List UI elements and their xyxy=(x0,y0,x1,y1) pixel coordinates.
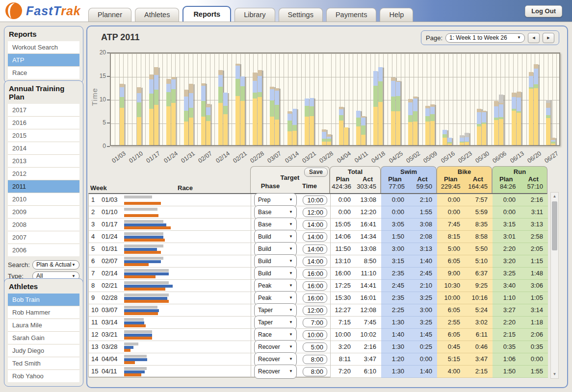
chart-segment-bike xyxy=(460,143,464,145)
chart-segment-bike xyxy=(465,142,469,145)
race-bar-plan xyxy=(124,297,167,300)
time-cell xyxy=(300,268,330,280)
target-time-input[interactable] xyxy=(303,330,327,340)
target-time-input[interactable] xyxy=(303,294,327,303)
report-item-workout-search[interactable]: Workout Search xyxy=(8,41,79,53)
phase-select-value: Build xyxy=(258,243,271,255)
run-plan-value: 3:01 xyxy=(493,231,520,243)
athlete-item-rob-hammer[interactable]: Rob Hammer xyxy=(8,306,79,318)
chart-segment-swim xyxy=(322,132,326,139)
year-item-2013[interactable]: 2013 xyxy=(8,154,79,167)
chart-segment-bike xyxy=(149,109,154,145)
tab-athletes[interactable]: Athletes xyxy=(135,8,179,22)
bike-act-value: 5:24 xyxy=(465,304,493,317)
year-item-2016[interactable]: 2016 xyxy=(8,116,79,129)
run-plan-value: 1:06 xyxy=(493,353,520,366)
year-item-2008[interactable]: 2008 xyxy=(8,218,79,231)
target-time-input[interactable] xyxy=(303,269,327,278)
athlete-item-laura-mile[interactable]: Laura Mile xyxy=(8,318,79,331)
athlete-item-rob-yahoo[interactable]: Rob Yahoo xyxy=(8,369,79,382)
swim-act-value: 0:25 xyxy=(409,341,437,353)
target-time-input[interactable] xyxy=(303,281,327,291)
chevron-down-icon: ▼ xyxy=(517,35,521,40)
chart-segment-swim xyxy=(465,137,469,142)
save-button[interactable]: Save xyxy=(304,168,328,177)
total-act-value: 13:08 xyxy=(356,243,381,255)
logout-button[interactable]: Log Out xyxy=(525,5,562,17)
tab-library[interactable]: Library xyxy=(234,8,275,22)
years-list: 2017201620152014201320122011201020092008… xyxy=(8,104,79,256)
swim-act-value: 3:13 xyxy=(409,243,437,255)
chart-bar-plan xyxy=(184,90,188,145)
chart-segment-other xyxy=(534,64,538,69)
year-item-2007[interactable]: 2007 xyxy=(8,231,79,244)
target-time-input[interactable] xyxy=(303,306,327,315)
next-page-button[interactable]: ► xyxy=(543,33,554,43)
total-plan-value: 17:25 xyxy=(330,280,356,292)
report-item-race[interactable]: Race xyxy=(8,66,79,79)
chart-week-group xyxy=(197,53,214,145)
target-time-input[interactable] xyxy=(303,367,327,376)
athlete-item-ted-smith[interactable]: Ted Smith xyxy=(8,357,79,369)
tab-help[interactable]: Help xyxy=(380,8,413,22)
target-time-input[interactable] xyxy=(303,245,327,254)
race-bar-target xyxy=(124,294,169,296)
bike-act-sum: 164:45 xyxy=(465,183,492,190)
time-cell xyxy=(300,219,330,231)
chart-segment-run xyxy=(408,115,413,122)
year-item-2010[interactable]: 2010 xyxy=(8,193,79,205)
race-mini-chart xyxy=(122,219,251,231)
tab-planner[interactable]: Planner xyxy=(88,8,131,22)
app-logo: FastTrak xyxy=(5,2,81,20)
bike-act-value: 5:50 xyxy=(465,243,493,255)
phase-select-value: Recover xyxy=(258,366,280,377)
year-item-2006[interactable]: 2006 xyxy=(8,244,79,256)
prev-page-button[interactable]: ◄ xyxy=(528,33,540,43)
year-item-2011[interactable]: 2011 xyxy=(8,180,79,193)
chart-bar-act xyxy=(171,77,176,145)
athlete-item-bob-train[interactable]: Bob Train xyxy=(8,294,79,306)
target-time-input[interactable] xyxy=(303,196,327,205)
top-bar: FastTrak PlannerAthletesReportsLibrarySe… xyxy=(0,0,572,22)
tab-reports[interactable]: Reports xyxy=(182,6,231,22)
athlete-item-judy-diego[interactable]: Judy Diego xyxy=(8,344,79,357)
chart-segment-swim xyxy=(149,79,154,94)
target-time-input[interactable] xyxy=(303,220,327,229)
year-item-2015[interactable]: 2015 xyxy=(8,129,79,142)
chart-segment-bike xyxy=(551,144,555,145)
phase-select-value: Peak xyxy=(258,280,271,292)
total-plan-value: 0:00 xyxy=(330,194,356,206)
chart-segment-bike xyxy=(534,88,538,145)
target-time-input[interactable] xyxy=(303,232,327,242)
target-time-input[interactable] xyxy=(303,257,327,266)
year-item-2012[interactable]: 2012 xyxy=(8,167,79,180)
scroll-down-arrow-icon[interactable]: ▼ xyxy=(551,370,558,378)
year-item-2009[interactable]: 2009 xyxy=(8,205,79,218)
report-item-atp[interactable]: ATP xyxy=(8,53,79,66)
y-tick-label: 20 xyxy=(91,49,106,56)
year-item-2014[interactable]: 2014 xyxy=(8,142,79,154)
tab-settings[interactable]: Settings xyxy=(279,8,323,22)
scrollbar-thumb[interactable] xyxy=(552,201,557,250)
phase-select[interactable]: Recover▼ xyxy=(254,365,297,379)
tab-payments[interactable]: Payments xyxy=(326,8,376,22)
time-cell xyxy=(300,353,330,366)
table-scrollbar[interactable]: ▲ ▼ xyxy=(550,192,559,379)
swim-plan-value: 1:20 xyxy=(381,353,409,366)
scroll-up-arrow-icon[interactable]: ▲ xyxy=(551,193,558,200)
chart-segment-swim xyxy=(430,107,435,114)
target-time-input[interactable] xyxy=(303,318,327,327)
page-select[interactable]: 1: Week 1 to Week 26 ▼ xyxy=(445,33,525,43)
target-time-input[interactable] xyxy=(303,208,327,217)
run-plan-value: 2:15 xyxy=(493,329,520,341)
race-bar-target xyxy=(124,306,157,309)
race-bar-target xyxy=(124,257,163,260)
target-time-input[interactable] xyxy=(303,343,327,352)
phase-select-value: Build xyxy=(258,231,271,243)
athlete-item-sarah-gain[interactable]: Sarah Gain xyxy=(8,331,79,344)
run-plan-value: 3:40 xyxy=(493,280,520,292)
target-time-input[interactable] xyxy=(303,355,327,364)
swim-plan-value: 3:00 xyxy=(381,243,409,255)
filter-select-search[interactable]: Plan & Actual▼ xyxy=(32,260,79,270)
year-item-2017[interactable]: 2017 xyxy=(8,104,79,116)
